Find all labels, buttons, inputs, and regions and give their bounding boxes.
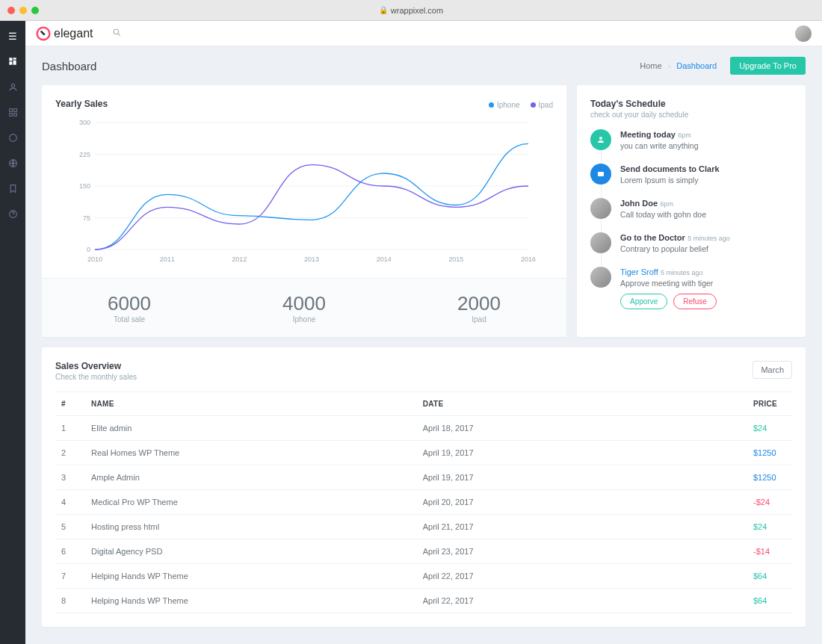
- refuse-button[interactable]: Refuse: [673, 294, 717, 309]
- card-yearly-sales: Yearly Sales Iphone Ipad 075150225300201…: [42, 85, 566, 337]
- svg-point-9: [114, 29, 119, 34]
- cell-idx: 8: [55, 589, 85, 613]
- page-title: Dashboard: [42, 60, 96, 72]
- schedule-avatar: [590, 129, 611, 150]
- cell-idx: 1: [55, 416, 85, 441]
- svg-point-27: [599, 137, 602, 140]
- schedule-avatar: [590, 232, 611, 253]
- cell-price: $64: [747, 564, 792, 589]
- cell-idx: 5: [55, 515, 85, 539]
- table-row: 5 Hosting press html April 21, 2017 $24: [55, 515, 792, 539]
- side-rail: ☰: [0, 21, 25, 644]
- svg-rect-4: [13, 113, 16, 116]
- schedule-item-desc: Contrary to popular belief: [620, 244, 792, 253]
- cell-price: -$24: [747, 490, 792, 515]
- legend-item-iphone: Iphone: [489, 101, 520, 109]
- schedule-item: John Doe 6pm Call today with gohn doe: [590, 198, 792, 232]
- maximize-window-icon[interactable]: [31, 7, 39, 14]
- schedule-list: Meeting today 6pm you can write anything…: [590, 129, 792, 323]
- face-icon[interactable]: [7, 131, 19, 143]
- cell-name: Helping Hands WP Theme: [85, 589, 417, 613]
- schedule-item-desc: you can write anything: [620, 141, 792, 150]
- month-select[interactable]: March: [753, 361, 792, 379]
- chart-legend: Iphone Ipad: [489, 101, 553, 109]
- sales-subtitle: Check the monthly sales: [55, 373, 137, 381]
- table-row: 2 Real Homes WP Theme April 19, 2017 $12…: [55, 441, 792, 465]
- chart-title: Yearly Sales: [55, 99, 108, 109]
- dashboard-icon[interactable]: [7, 55, 19, 67]
- svg-text:2011: 2011: [160, 256, 175, 263]
- schedule-item: Tiger Sroff 5 minutes ago Approve meetin…: [590, 267, 792, 323]
- cell-name: Hosting press html: [85, 515, 417, 539]
- legend-dot-icon: [489, 102, 494, 108]
- breadcrumb-current[interactable]: Dashboard: [676, 61, 717, 70]
- svg-text:75: 75: [83, 214, 90, 222]
- cell-name: Digital Agency PSD: [85, 539, 417, 564]
- schedule-avatar: [590, 164, 611, 185]
- topbar: elegant: [25, 21, 822, 46]
- url-bar[interactable]: 🔒 wrappixel.com: [379, 6, 443, 15]
- breadcrumb: Home › Dashboard Upgrade To Pro: [640, 57, 806, 75]
- cell-idx: 7: [55, 564, 85, 589]
- summary-col: 2000Ipad: [392, 292, 566, 323]
- svg-point-5: [9, 134, 16, 141]
- card-schedule: Today's Schedule check out your daily sc…: [577, 85, 806, 337]
- cell-idx: 6: [55, 539, 85, 564]
- globe-icon[interactable]: [7, 157, 19, 169]
- grid-icon[interactable]: [7, 106, 19, 118]
- schedule-title: Today's Schedule: [590, 99, 792, 109]
- close-window-icon[interactable]: [7, 7, 15, 14]
- cell-price: $64: [747, 589, 792, 613]
- svg-rect-1: [9, 108, 12, 111]
- svg-text:2012: 2012: [232, 256, 247, 263]
- svg-rect-2: [13, 108, 16, 111]
- cell-date: April 22, 2017: [417, 564, 747, 589]
- bookmark-icon[interactable]: [7, 182, 19, 194]
- cell-name: Real Homes WP Theme: [85, 441, 417, 465]
- table-row: 3 Ample Admin April 19, 2017 $1250: [55, 465, 792, 490]
- help-icon[interactable]: [7, 208, 19, 220]
- sales-title: Sales Overview: [55, 361, 137, 371]
- approve-button[interactable]: Apporve: [620, 294, 667, 309]
- chart-canvas: 0751502253002010201120122013201420152016: [55, 115, 553, 264]
- svg-text:0: 0: [87, 246, 90, 253]
- svg-point-0: [11, 84, 14, 87]
- cell-price: $24: [747, 416, 792, 441]
- schedule-item-time: 5 minutes ago: [661, 269, 703, 276]
- table-row: 6 Digital Agency PSD April 23, 2017 -$14: [55, 539, 792, 564]
- user-icon[interactable]: [7, 81, 19, 93]
- svg-text:2015: 2015: [448, 256, 463, 263]
- breadcrumb-home[interactable]: Home: [640, 61, 661, 70]
- schedule-item-time: 5 minutes ago: [687, 235, 730, 242]
- svg-text:300: 300: [79, 119, 90, 126]
- sales-table: # NAME DATE PRICE 1 Elite admin April 18…: [55, 391, 792, 613]
- cell-date: April 21, 2017: [417, 515, 747, 539]
- brand-name: elegant: [54, 27, 93, 40]
- svg-text:2013: 2013: [304, 256, 319, 263]
- cell-date: April 20, 2017: [417, 490, 747, 515]
- svg-rect-3: [9, 113, 12, 116]
- brand-logo[interactable]: elegant: [36, 26, 102, 41]
- upgrade-button[interactable]: Upgrade To Pro: [730, 57, 806, 75]
- svg-text:225: 225: [79, 151, 90, 158]
- schedule-item: Go to the Doctor 5 minutes ago Contrary …: [590, 232, 792, 267]
- svg-text:150: 150: [79, 182, 90, 190]
- cell-date: April 19, 2017: [417, 465, 747, 490]
- cell-date: April 19, 2017: [417, 441, 747, 465]
- cell-date: April 22, 2017: [417, 589, 747, 613]
- schedule-item-title: John Doe: [620, 199, 658, 208]
- cell-name: Elite admin: [85, 416, 417, 441]
- schedule-item-title: Send documents to Clark: [620, 164, 720, 173]
- cell-idx: 3: [55, 465, 85, 490]
- menu-toggle-icon[interactable]: ☰: [7, 30, 19, 42]
- minimize-window-icon[interactable]: [19, 7, 27, 14]
- legend-item-ipad: Ipad: [531, 101, 553, 109]
- table-row: 8 Helping Hands WP Theme April 22, 2017 …: [55, 589, 792, 613]
- cell-idx: 4: [55, 490, 85, 515]
- url-text: wrappixel.com: [391, 6, 443, 15]
- search-icon[interactable]: [112, 28, 122, 40]
- schedule-item-title[interactable]: Tiger Sroff: [620, 267, 658, 276]
- schedule-item-title: Meeting today: [620, 130, 676, 139]
- col-idx: #: [55, 392, 85, 416]
- user-avatar[interactable]: [795, 25, 812, 42]
